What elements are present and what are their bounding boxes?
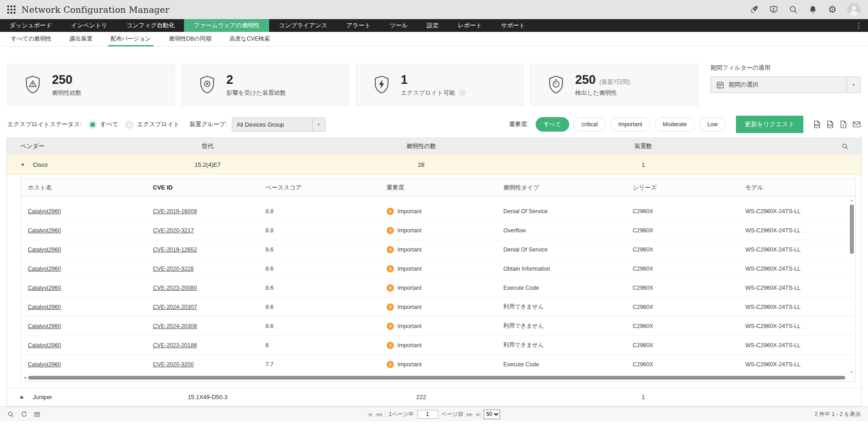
- cve-link[interactable]: CVE-2024-20307: [153, 304, 197, 310]
- vuln-type: Denial Of Service: [496, 208, 626, 215]
- main-nav: ダッシュボードインベントリコンフィグ自動化ファームウェアの脆弱性コンプライアンス…: [0, 19, 868, 32]
- nav-overflow-kebab-icon[interactable]: ⋮: [849, 19, 868, 32]
- nav-tab[interactable]: レポート: [448, 19, 491, 32]
- nav-tab[interactable]: ダッシュボード: [0, 19, 61, 32]
- stat-value: 1: [401, 73, 408, 87]
- vertical-scrollbar[interactable]: ▲ ▼: [849, 198, 854, 374]
- series: C2960X: [626, 342, 738, 349]
- result-summary: 2 件中 1 - 2 を表示: [815, 411, 861, 418]
- host-link[interactable]: Catalyst2960: [28, 208, 61, 215]
- sub-tab[interactable]: 高度なCVE検索: [220, 32, 279, 46]
- email-icon[interactable]: [853, 120, 861, 128]
- scroll-down-icon[interactable]: ▼: [850, 370, 853, 374]
- nav-tab[interactable]: コンフィグ自動化: [117, 19, 184, 32]
- vertical-scroll-thumb[interactable]: [850, 205, 854, 254]
- host-link[interactable]: Catalyst2960: [28, 266, 61, 272]
- sub-tab[interactable]: 配布バージョン: [102, 32, 160, 46]
- page-size-select[interactable]: 50: [484, 410, 500, 419]
- important-exclaim-icon: !!: [387, 208, 394, 215]
- cve-link[interactable]: CVE-2023-20186: [153, 342, 197, 349]
- important-exclaim-icon: !!: [387, 361, 394, 368]
- shield-x-icon: [198, 74, 217, 96]
- column-vuln-count: 脆弱性の数: [297, 142, 545, 150]
- severity-badge: !!Important: [387, 361, 496, 368]
- horizontal-scrollbar[interactable]: ◀: [24, 375, 845, 380]
- cve-link[interactable]: CVE-2020-3217: [153, 227, 194, 234]
- vuln-type: Overflow: [496, 227, 626, 234]
- pagination-prev-button[interactable]: ◀◀: [375, 411, 382, 417]
- column-chooser-icon[interactable]: [34, 411, 40, 417]
- nav-tab[interactable]: ファームウェアの脆弱性: [184, 19, 269, 32]
- nav-tab[interactable]: 設定: [417, 19, 448, 32]
- period-select-dropdown[interactable]: 期間の選択 ▼: [710, 77, 861, 93]
- expand-caret-icon[interactable]: ▶: [20, 395, 26, 400]
- host-link[interactable]: Catalyst2960: [28, 227, 61, 234]
- cve-link[interactable]: CVE-2019-16009: [153, 208, 197, 215]
- stat-label: 脆弱性総数: [52, 89, 82, 97]
- severity-pill[interactable]: すべて: [536, 117, 569, 132]
- cve-link[interactable]: CVE-2024-20308: [153, 323, 197, 329]
- radio-exploit-all[interactable]: すべて: [89, 120, 118, 128]
- scroll-left-icon[interactable]: ◀: [24, 375, 26, 380]
- severity-pill[interactable]: Important: [610, 117, 651, 132]
- sub-tab[interactable]: すべての脆弱性: [2, 32, 61, 46]
- host-link[interactable]: Catalyst2960: [28, 361, 61, 368]
- radio-exploit-only[interactable]: エクスプロイト: [126, 120, 179, 128]
- refresh-icon[interactable]: [21, 411, 27, 417]
- pagination-last-button[interactable]: ▶|: [476, 411, 480, 417]
- sub-tab[interactable]: 脆弱性DBの同期: [160, 32, 220, 46]
- important-exclaim-icon: !!: [387, 284, 394, 292]
- stat-label: 検出した脆弱性: [575, 89, 617, 97]
- host-link[interactable]: Catalyst2960: [28, 323, 61, 329]
- cve-link[interactable]: CVE-2023-20080: [153, 285, 197, 291]
- rocket-icon[interactable]: [750, 5, 759, 14]
- help-icon[interactable]: ?: [459, 89, 465, 96]
- severity-pill[interactable]: Moderate: [654, 117, 695, 132]
- vendor-row-juniper[interactable]: ▶ Juniper 15.1X49-D50.3 222 1: [7, 388, 861, 406]
- export-xls-icon[interactable]: X: [839, 120, 848, 128]
- device-group-dropdown[interactable]: All Devices Group ▼: [232, 118, 326, 132]
- notifications-bell-icon[interactable]: [808, 5, 817, 14]
- cve-link[interactable]: CVE-2020-3200: [153, 361, 194, 368]
- table-search-icon[interactable]: [842, 143, 861, 150]
- pagination-next-button[interactable]: ▶▶: [466, 411, 473, 417]
- cve-link[interactable]: CVE-2019-12652: [153, 246, 197, 253]
- stat-value: 2: [226, 73, 233, 87]
- page-number-input[interactable]: [417, 410, 438, 419]
- user-avatar[interactable]: [847, 3, 861, 16]
- scroll-up-icon[interactable]: ▲: [850, 198, 853, 202]
- search-icon[interactable]: [789, 5, 798, 14]
- request-update-button[interactable]: 更新をリクエスト: [736, 116, 803, 133]
- nav-tab[interactable]: アラート: [337, 19, 380, 32]
- severity-badge: !!Important: [387, 303, 496, 311]
- host-link[interactable]: Catalyst2960: [28, 285, 61, 291]
- severity-pill[interactable]: Low: [699, 117, 726, 132]
- period-select-value: 期間の選択: [729, 81, 758, 89]
- device-group-value: All Devices Group: [237, 121, 284, 128]
- cve-table-row: Catalyst2960CVE-2024-203088.6!!Important…: [21, 317, 855, 336]
- severity-pill[interactable]: critical: [573, 117, 606, 132]
- cve-link[interactable]: CVE-2020-3228: [153, 266, 194, 272]
- vendor-row-cisco[interactable]: ▼ Cisco 15.2(4)E7 28 1: [7, 154, 861, 175]
- severity-badge: !!Important: [387, 342, 496, 349]
- export-pdf-icon[interactable]: PDF: [813, 120, 821, 128]
- demo-presentation-icon[interactable]: [769, 5, 778, 14]
- collapse-caret-icon[interactable]: ▼: [20, 162, 26, 167]
- export-csv-icon[interactable]: CSV: [826, 120, 834, 128]
- app-launcher-grid-icon[interactable]: [7, 5, 15, 14]
- nav-tab[interactable]: コンプライアンス: [269, 19, 337, 32]
- host-link[interactable]: Catalyst2960: [28, 342, 61, 349]
- nav-tab[interactable]: サポート: [491, 19, 535, 32]
- nav-tab[interactable]: ツール: [380, 19, 418, 32]
- nav-tab[interactable]: インベントリ: [61, 19, 117, 32]
- pagination-first-button[interactable]: |◀: [368, 411, 372, 417]
- main-nav-tabs: ダッシュボードインベントリコンフィグ自動化ファームウェアの脆弱性コンプライアンス…: [0, 19, 535, 32]
- footer-search-icon[interactable]: [7, 411, 14, 418]
- series: C2960X: [626, 208, 738, 215]
- host-link[interactable]: Catalyst2960: [28, 304, 61, 310]
- host-link[interactable]: Catalyst2960: [28, 246, 61, 253]
- cve-table-body: Catalyst2960CVE-2019-160098.8!!Important…: [21, 196, 855, 374]
- sub-tab[interactable]: 露出装置: [61, 32, 102, 46]
- horizontal-scroll-thumb[interactable]: [28, 376, 845, 380]
- settings-gear-icon[interactable]: ⚙: [828, 5, 837, 14]
